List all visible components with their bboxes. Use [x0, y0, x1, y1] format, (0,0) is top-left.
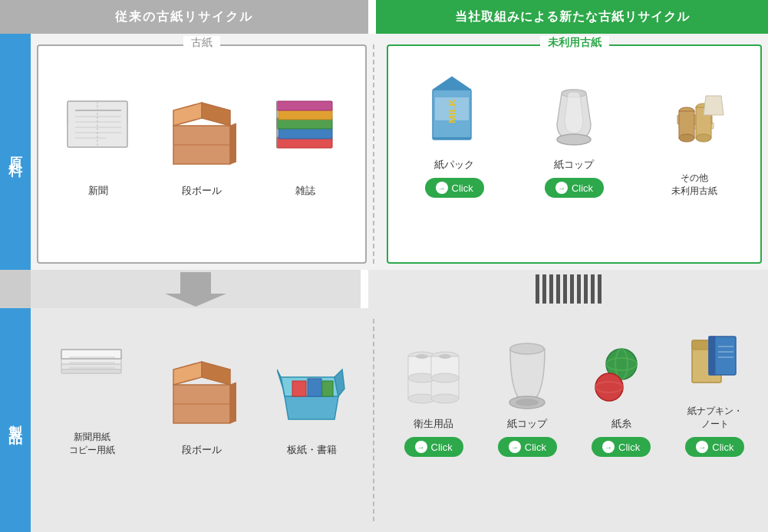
hygiene-item: 衛生用品 → Click: [404, 337, 463, 457]
svg-point-69: [416, 354, 428, 359]
newsprint-label: 新聞用紙コピー用紙: [69, 431, 115, 457]
paper-thread-illustration: [592, 337, 650, 414]
traditional-products: 新聞用紙コピー用紙 段ボール: [37, 319, 367, 521]
milk-carton-click-btn[interactable]: → Click: [425, 178, 484, 198]
stripe-2: [542, 274, 546, 304]
flow-row: [31, 270, 768, 308]
board-books-label: 板紙・書籍: [287, 443, 337, 457]
magazine-illustration: [271, 95, 340, 179]
product-label-bg: 製品: [0, 308, 31, 532]
vertical-divider-product: [373, 319, 381, 521]
traditional-product-items: 新聞用紙コピー用紙 段ボール: [37, 319, 367, 457]
svg-marker-38: [165, 272, 226, 307]
arrow-icon-3: →: [415, 441, 427, 453]
cardboard-item: 段ボール: [167, 95, 236, 198]
arrow-icon-4: →: [509, 441, 521, 453]
header-left: 従来の古紙リサイクル: [0, 0, 368, 34]
svg-marker-51: [285, 396, 338, 419]
milk-carton-label: 紙パック: [434, 158, 474, 172]
paper-thread-click-btn[interactable]: → Click: [592, 437, 651, 457]
svg-point-64: [431, 394, 459, 403]
arrow-icon-6: →: [696, 441, 708, 453]
cardboard-illustration: [167, 95, 236, 179]
svg-marker-23: [433, 77, 471, 90]
svg-point-76: [516, 399, 539, 406]
stripe-8: [584, 274, 588, 304]
cardboard-product-label: 段ボール: [182, 443, 222, 457]
svg-point-74: [510, 343, 544, 354]
svg-point-80: [595, 373, 623, 401]
svg-marker-13: [202, 103, 230, 126]
newspaper-illustration: [64, 95, 133, 179]
napkin-note-item: 紙ナプキン・ノート → Click: [685, 325, 744, 457]
stripe-4: [556, 274, 560, 304]
stripe-3: [549, 274, 553, 304]
hygiene-label: 衛生用品: [414, 417, 453, 431]
svg-rect-56: [308, 379, 321, 396]
hygiene-illustration: [405, 337, 463, 414]
newsprint-item: 新聞用紙コピー用紙: [58, 342, 127, 457]
svg-text:MILK: MILK: [447, 99, 458, 123]
paper-cup-product-label: 紙コップ: [507, 417, 547, 431]
paper-cup-raw-illustration: [543, 71, 605, 155]
new-raw-items: MILK 紙パック → Click: [394, 60, 754, 198]
raw-label-bg: 原料: [0, 34, 31, 270]
stripe-6: [570, 274, 574, 304]
body: 原料 製品 古紙: [0, 34, 768, 532]
raw-area: 古紙: [31, 34, 768, 270]
flow-divider: [361, 270, 368, 308]
flow-right: [368, 270, 768, 308]
milk-carton-illustration: MILK: [424, 71, 485, 155]
paper-cup-raw-item: 紙コップ → Click: [543, 71, 605, 198]
new-product-items: 衛生用品 → Click: [387, 319, 762, 457]
svg-rect-85: [709, 337, 715, 375]
stripe-1: [536, 274, 539, 304]
magazine-label: 雑誌: [295, 184, 315, 198]
cardboard-label: 段ボール: [182, 184, 222, 198]
napkin-note-click-btn[interactable]: → Click: [685, 437, 744, 457]
hygiene-click-btn[interactable]: → Click: [404, 437, 463, 457]
paper-thread-item: 紙糸 → Click: [592, 337, 651, 457]
board-books-item: 板紙・書籍: [277, 354, 346, 457]
header-row: 従来の古紙リサイクル 当社取組みによる新たな古紙リサイクル: [0, 0, 768, 34]
label-column: 原料 製品: [0, 34, 31, 532]
traditional-panel-label: 古紙: [183, 36, 220, 50]
sections: 古紙: [31, 34, 768, 532]
product-area: 新聞用紙コピー用紙 段ボール: [31, 308, 768, 532]
new-raw-panel: 未利用古紙 MILK: [387, 44, 762, 264]
paper-cup-product-click-btn[interactable]: → Click: [498, 437, 557, 457]
header-right: 当社取組みによる新たな古紙リサイクル: [376, 0, 768, 34]
svg-point-73: [439, 354, 451, 359]
napkin-note-illustration: [686, 325, 743, 402]
arrow-icon: →: [436, 182, 448, 194]
svg-rect-26: [433, 137, 471, 140]
svg-point-72: [431, 373, 459, 383]
other-waste-item: その他未利用古紙: [664, 84, 725, 198]
flow-right-stripes: [368, 270, 768, 308]
paper-cup-raw-click-btn[interactable]: → Click: [545, 178, 604, 198]
gray-arrow-down: [165, 272, 226, 307]
cardboard-product-item: 段ボール: [167, 354, 236, 457]
paper-cup-product-illustration: [499, 337, 556, 414]
paper-cup-raw-label: 紙コップ: [554, 158, 594, 172]
raw-label-text: 原料: [6, 146, 25, 158]
traditional-panel: 古紙: [37, 44, 367, 264]
new-products: 衛生用品 → Click: [387, 319, 762, 521]
magazine-item: 雑誌: [271, 95, 340, 198]
napkin-note-label: 紙ナプキン・ノート: [687, 405, 743, 431]
svg-point-28: [557, 134, 591, 145]
header-left-title: 従来の古紙リサイクル: [115, 9, 253, 25]
paper-thread-label: 紙糸: [611, 417, 631, 431]
svg-rect-57: [322, 381, 333, 396]
stripe-5: [563, 274, 567, 304]
new-raw-panel-label: 未利用古紙: [540, 36, 609, 50]
cardboard-product-illustration: [167, 354, 236, 438]
stripe-10: [598, 274, 602, 304]
other-waste-label: その他未利用古紙: [671, 172, 717, 198]
stripe-9: [591, 274, 595, 304]
paper-cup-product-item: 紙コップ → Click: [498, 337, 557, 457]
flow-left: [31, 270, 361, 308]
main-container: 従来の古紙リサイクル 当社取組みによる新たな古紙リサイクル 原料 製品: [0, 0, 768, 532]
stripe-7: [577, 274, 581, 304]
svg-marker-47: [173, 362, 202, 385]
